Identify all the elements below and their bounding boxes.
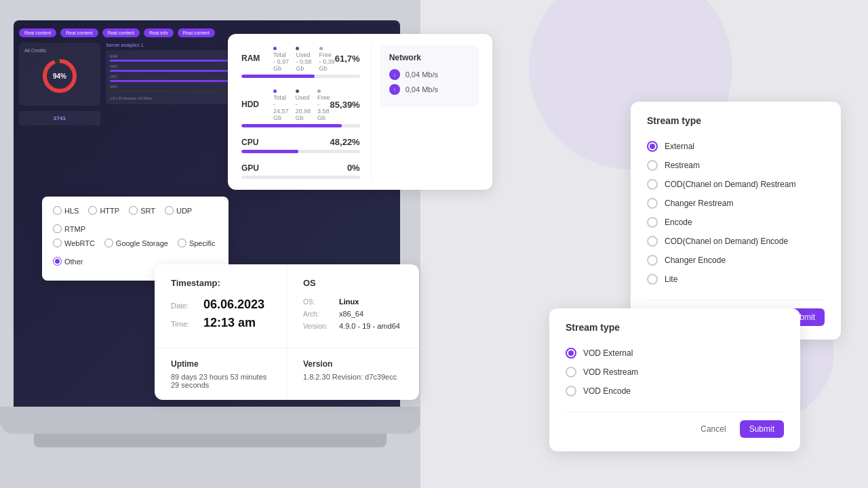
gpu-label: GPU	[241, 163, 265, 173]
stream-option-restream[interactable]: Restream	[647, 156, 825, 175]
radio-other[interactable]: Other	[53, 257, 83, 266]
donut-percent: 94%	[53, 73, 66, 80]
nav-pill-1: Real content	[19, 28, 56, 37]
hdd-label: HDD	[241, 100, 265, 109]
stream-radio-cod-restream	[647, 179, 658, 190]
timestamp-section: Timestamp: Date: 06.06.2023 Time: 12:13 …	[155, 264, 287, 348]
radio-specific[interactable]: Specific	[178, 239, 216, 247]
radio-rtmp[interactable]: RTMP	[53, 224, 85, 233]
panel-2-cancel-button[interactable]: Cancel	[692, 420, 734, 438]
radio-hls[interactable]: HLS	[53, 206, 79, 215]
hdd-fill	[241, 124, 342, 127]
nav-pill-4: Real info	[144, 28, 174, 37]
stream-option-changer-restream[interactable]: Changer Restream	[647, 194, 825, 213]
system-info-card: Timestamp: Date: 06.06.2023 Time: 12:13 …	[155, 264, 419, 400]
stream-label-vod-encode: VOD Encode	[583, 386, 631, 396]
ram-free-dot: Free - 0,39 Gb	[319, 45, 335, 72]
arch-value: x86_64	[339, 310, 363, 318]
radio-webrtc[interactable]: WebRTC	[53, 239, 95, 247]
stream-option-lite[interactable]: Lite	[647, 270, 825, 289]
radio-udp[interactable]: UDP	[165, 206, 192, 215]
stream-label-vod-external: VOD External	[583, 348, 633, 358]
radio-label-hls: HLS	[64, 207, 79, 215]
network-section: Network ↓ 0,04 Mb/s ↑ 0,04 Mb/s	[380, 45, 479, 179]
stream-panel-1: Stream type External Restream COD(Chanel…	[631, 102, 841, 340]
laptop-foot	[34, 434, 387, 447]
counter-value: 2741	[54, 115, 66, 121]
network-box: Network ↓ 0,04 Mb/s ↑ 0,04 Mb/s	[380, 45, 479, 107]
date-value: 06.06.2023	[203, 298, 264, 312]
stream-radio-vod-encode	[566, 386, 576, 396]
radio-circle-udp	[165, 206, 174, 215]
network-title: Network	[389, 53, 469, 62]
stream-option-cod-restream[interactable]: COD(Chanel on Demand) Restream	[647, 175, 825, 194]
stream-option-vod-restream[interactable]: VOD Restream	[566, 363, 784, 382]
nav-pill-2: Real content	[60, 28, 98, 37]
radio-label-rtmp: RTMP	[64, 225, 85, 233]
radio-label-google-storage: Google Storage	[116, 239, 168, 247]
stream-radio-encode	[647, 217, 658, 228]
ram-used: Used - 0,58 Gb	[296, 52, 311, 72]
laptop-base	[0, 407, 420, 434]
gpu-percent: 0%	[347, 163, 360, 173]
stream-label-changer-restream: Changer Restream	[665, 199, 733, 208]
radio-label-specific: Specific	[189, 239, 216, 247]
radio-label-other: Other	[64, 258, 83, 266]
radio-google-storage[interactable]: Google Storage	[104, 239, 168, 247]
stream-option-vod-external[interactable]: VOD External	[566, 344, 784, 363]
panel-2-submit-button[interactable]: Submit	[740, 420, 784, 438]
cpu-label: CPU	[241, 138, 265, 147]
os-section: OS OS: Linux Arch: x86_64 Version: 4.9.0…	[287, 264, 419, 348]
os-name-row: OS: Linux	[303, 298, 403, 306]
hdd-free-dot: Free - 3,58 Gb	[317, 87, 330, 121]
radio-label-udp: UDP	[176, 207, 192, 215]
counter-box: 2741	[19, 111, 100, 125]
radio-circle-other	[53, 257, 62, 266]
stream-label-external: External	[665, 142, 694, 151]
cpu-percent: 48,22%	[330, 137, 360, 147]
stream-label-changer-encode: Changer Encode	[665, 256, 726, 265]
stream-option-cod-encode[interactable]: COD(Chanel on Demand) Encode	[647, 232, 825, 251]
stream-label-lite: Lite	[665, 274, 677, 284]
stream-option-encode[interactable]: Encode	[647, 213, 825, 232]
stream-title-1: Stream type	[647, 115, 825, 126]
stream-radio-changer-encode	[647, 255, 658, 266]
hdd-free: Free - 3,58 Gb	[317, 94, 330, 121]
radio-http[interactable]: HTTP	[88, 206, 119, 215]
ram-used-dot: Used - 0,58 Gb	[296, 45, 312, 72]
hdd-track	[241, 124, 360, 127]
hdd-total-dot: Total - 24,57 Gb	[273, 87, 289, 121]
hdd-meta: Total - 24,57 Gb Used - 20,98 Gb Free - …	[273, 87, 330, 121]
ram-meta: Total - 0,97 Gb Used - 0,58 Gb Free - 0,…	[273, 45, 335, 72]
os-title: OS	[303, 278, 403, 288]
cpu-row: CPU 48,22%	[241, 137, 360, 153]
up-arrow-icon: ↑	[389, 84, 400, 95]
ram-total-dot: Total - 0,97 Gb	[273, 45, 289, 72]
stream-radio-cod-encode	[647, 236, 658, 247]
version-section: Version 1.8.2.30 Revision: d7c39ecc	[287, 348, 419, 400]
radio-row-1: HLS HTTP SRT UDP RTMP	[53, 206, 218, 233]
ram-row: RAM Total - 0,97 Gb Used - 0,58 Gb Free …	[241, 45, 360, 78]
date-label: Date:	[171, 302, 198, 310]
stream-label-cod-encode: COD(Chanel on Demand) Encode	[665, 237, 788, 246]
radio-label-webrtc: WebRTC	[64, 239, 95, 247]
radio-circle-webrtc	[53, 239, 62, 247]
credits-box: All Credits 94%	[19, 43, 100, 106]
stream-radio-external	[647, 141, 658, 152]
os-value: Linux	[339, 298, 359, 306]
hdd-total: Total - 24,57 Gb	[273, 94, 289, 121]
radio-circle-srt	[129, 206, 138, 215]
stream-option-external[interactable]: External	[647, 137, 825, 156]
radio-srt[interactable]: SRT	[129, 206, 155, 215]
version-row: Version: 4.9.0 - 19 - amd64	[303, 322, 403, 330]
cpu-fill	[241, 150, 298, 153]
stream-option-vod-encode[interactable]: VOD Encode	[566, 382, 784, 401]
gpu-track	[241, 176, 360, 179]
ram-percent: 61,7%	[335, 54, 360, 64]
radio-circle-google-storage	[104, 239, 113, 247]
nav-pill-3: Real content	[102, 28, 140, 37]
stream-label-encode: Encode	[665, 218, 692, 227]
stream-option-changer-encode[interactable]: Changer Encode	[647, 251, 825, 270]
version-section-value: 1.8.2.30 Revision: d7c39ecc	[303, 373, 403, 381]
timestamp-title: Timestamp:	[171, 278, 270, 288]
